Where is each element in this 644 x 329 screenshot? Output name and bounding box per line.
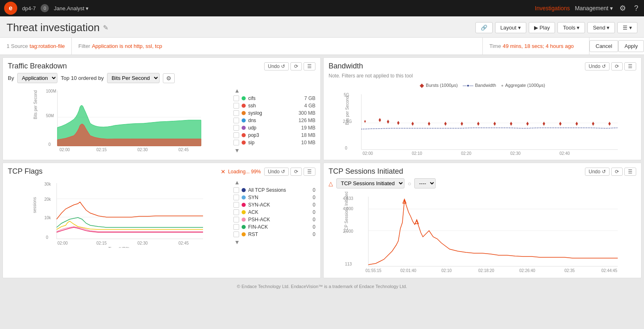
by-label: By [8,75,14,81]
tcp-legend-dot [242,203,246,207]
undo-button[interactable]: Undo ↺ [264,62,289,70]
investigations-link[interactable]: Investigations [535,5,570,11]
panel-menu-button[interactable]: ☰ [304,62,315,70]
settings-gear-button[interactable]: ⚙ [163,73,175,83]
time-label: Time [489,43,501,49]
tcp-legend-checkbox[interactable] [233,202,239,208]
svg-text:02:01:40: 02:01:40 [400,268,416,273]
apply-button[interactable]: Apply [618,40,644,52]
legend-checkbox[interactable] [233,118,239,123]
svg-text:02:30: 02:30 [510,151,521,156]
tcp-sessions-controls: △ TCP Sessions Initiated ○ ---- [329,178,636,188]
svg-text:02:40: 02:40 [560,151,570,156]
legend-checkbox[interactable] [233,132,239,138]
tcp-sessions-menu-button[interactable]: ☰ [624,168,636,176]
user-menu[interactable]: Jane.Analyst ▾ [54,5,89,11]
play-button[interactable]: ▶ Play [529,22,555,33]
send-button[interactable]: Send ▾ [587,22,615,33]
svg-text:Bits per Second: Bits per Second [33,90,38,119]
tcp-sessions-panel: TCP Sessions Initiated Undo ↺ ⟳ ☰ △ TCP … [323,163,642,278]
traffic-breakdown-panel: Traffic Breakdown Undo ↺ ⟳ ☰ By Applicat… [2,57,321,160]
tcp-legend-label: RST [248,231,310,237]
filter-section: Filter Application is not http, ssl, tcp [72,38,483,54]
legend-checkbox[interactable] [233,125,239,131]
tcp-sessions-dropdown1[interactable]: TCP Sessions Initiated [336,178,404,188]
tcp-legend-scroll-down[interactable]: ▼ [233,238,241,246]
edit-title-icon[interactable]: ✎ [103,24,108,32]
tcp-legend-label: ACK [248,209,310,215]
legend-value: 126 MB [299,118,315,123]
svg-text:02:30: 02:30 [137,147,148,152]
tcp-sessions-title: TCP Sessions Initiated [329,167,403,176]
help-icon[interactable]: ? [633,2,640,14]
tcp-legend-label: SYN-ACK [248,202,310,208]
tcp-sessions-dropdown2[interactable]: ---- [414,178,436,188]
loading-indicator: ✕ Loading... 99% [221,168,261,175]
tcp-flags-refresh-button[interactable]: ⟳ [290,168,302,176]
time-value[interactable]: 49 mins, 18 secs; 4 hours ago [502,43,573,49]
tcp-legend-checkbox[interactable] [233,217,239,222]
bandwidth-header: Bandwidth Undo ↺ ⟳ ☰ [329,62,636,70]
refresh-button[interactable]: ⟳ [290,62,302,70]
tcp-sessions-refresh-button[interactable]: ⟳ [611,168,623,176]
svg-text:02:10: 02:10 [412,151,422,156]
tcp-flags-menu-button[interactable]: ☰ [304,168,315,176]
legend-checkbox[interactable] [233,110,239,116]
legend-checkbox[interactable] [233,103,239,109]
legend-checkbox[interactable] [233,140,239,145]
legend-value: 10 MB [301,140,315,145]
tcp-flags-legend: ▲ All TCP Sessions 0 SYN 0 SYN-ACK 0 ACK… [233,178,315,248]
notification-badge[interactable]: 0 [41,4,49,12]
traffic-breakdown-legend: ▲ cifs 7 GB ssh 4 GB syslog 300 MB dns 1… [233,86,315,154]
legend-label: sip [248,140,299,145]
svg-marker-21 [397,121,400,125]
tcp-legend-checkbox[interactable] [233,224,239,230]
traffic-breakdown-title: Traffic Breakdown [8,62,67,70]
traffic-breakdown-chart: 100M 50M 0 02:00 02:15 02:30 [8,86,230,154]
logo-icon[interactable]: e [4,2,17,15]
settings-icon[interactable]: ⚙ [618,2,628,14]
tcp-legend-checkbox[interactable] [233,231,239,237]
legend-checkbox[interactable] [233,95,239,101]
tcp-legend-scroll-up[interactable]: ▲ [233,178,241,186]
device-label: dp4-7 [22,5,36,11]
top-dropdown[interactable]: Bits Per Second [107,73,160,83]
source-value[interactable]: tag:rotation-file [30,43,65,49]
bandwidth-circle-icon: —●— [463,83,473,88]
footer: © Endace Technology Ltd. EndaceVision™ i… [0,281,644,292]
tcp-legend-checkbox[interactable] [233,209,239,215]
more-menu-button[interactable]: ☰ ▾ [617,22,637,33]
legend-scroll-down[interactable]: ▼ [233,146,241,154]
traffic-breakdown-actions: Undo ↺ ⟳ ☰ [264,62,315,70]
bandwidth-refresh-button[interactable]: ⟳ [611,62,623,70]
bandwidth-undo-button[interactable]: Undo ↺ [585,62,610,70]
loading-x-icon: ✕ [221,168,226,175]
link-icon: 🔗 [481,25,487,31]
tools-button[interactable]: Tools ▾ [557,22,585,33]
tcp-flags-panel: TCP Flags ✕ Loading... 99% Undo ↺ ⟳ ☰ 30… [2,163,321,278]
link-button[interactable]: 🔗 [475,22,493,33]
aggregate-label: Aggregate (1000μs) [505,83,545,88]
legend-label: dns [248,118,296,123]
cancel-button[interactable]: Cancel [589,40,618,52]
tcp-legend-checkbox[interactable] [233,195,239,200]
legend-item: dns 126 MB [233,117,315,124]
svg-text:113: 113 [345,262,352,266]
bandwidth-actions: Undo ↺ ⟳ ☰ [585,62,636,70]
filter-actions: Cancel Apply [589,38,644,54]
tcp-legend-checkbox[interactable] [233,187,239,193]
filter-value[interactable]: Application is not http, ssl, tcp [92,43,162,49]
legend-label: syslog [248,110,296,116]
tcp-legend-value: 0 [313,202,315,208]
bandwidth-menu-button[interactable]: ☰ [624,62,636,70]
by-dropdown[interactable]: Application [17,73,57,83]
svg-text:0: 0 [48,142,51,147]
tcp-sessions-undo-button[interactable]: Undo ↺ [585,168,610,176]
tcp-flags-undo-button[interactable]: Undo ↺ [264,168,289,176]
layout-button[interactable]: Layout ▾ [495,22,526,33]
legend-value: 18 MB [301,132,315,138]
legend-scroll-up[interactable]: ▲ [233,86,241,95]
tcp-legend-item: SYN 0 [233,194,315,201]
management-menu[interactable]: Management ▾ [575,5,613,11]
tcp-legend-label: FIN-ACK [248,224,310,230]
